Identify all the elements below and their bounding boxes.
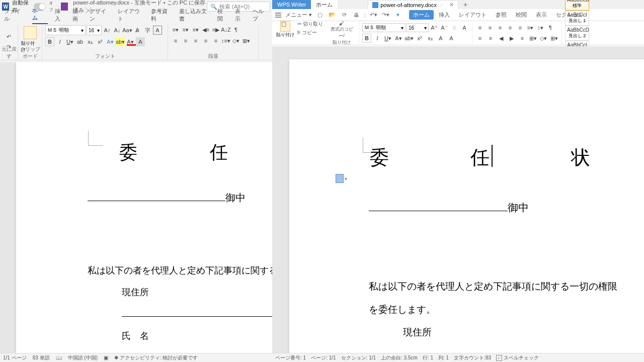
paste-button[interactable] — [24, 26, 37, 39]
multilevel-button[interactable]: ≡ — [486, 34, 495, 43]
cut-button[interactable]: ✂切り取り — [297, 21, 326, 28]
align-justify-button[interactable]: ≡ — [201, 36, 210, 45]
pin-icon[interactable]: ⟋ — [439, 2, 444, 8]
underline-button[interactable]: U▾ — [65, 37, 74, 46]
align-center-button[interactable]: ≡ — [486, 23, 495, 32]
borders-button[interactable]: ⊞▾ — [242, 36, 251, 45]
tab-help[interactable]: ヘルプ — [253, 8, 268, 24]
clear-format-button[interactable]: ♢ — [450, 23, 459, 32]
highlight-button[interactable]: ab▾ — [405, 34, 414, 43]
align-right-button[interactable]: ≡ — [191, 36, 200, 45]
char-shading-button[interactable]: A — [136, 37, 145, 46]
wps-document-area[interactable]: ▾ 委 任 状 御中 私は以下の者を代理人と定め下記事項に関する一切の権限を委任… — [272, 46, 644, 353]
align-dist-button[interactable]: ≡ — [211, 36, 220, 45]
font-name-combo[interactable]: ＭＳ 明朝▾ — [362, 23, 406, 32]
status-pageno[interactable]: ページ番号: 1 — [275, 354, 306, 361]
char-border-button[interactable]: A — [436, 34, 445, 43]
tab-layout[interactable]: レイアウト — [118, 8, 144, 24]
show-marks-button[interactable]: ¶ — [546, 23, 555, 32]
line-spacing-button[interactable]: ↕≡▾ — [221, 36, 230, 45]
align-dist-button[interactable]: ≡ — [516, 23, 525, 32]
status-page[interactable]: 1/1 ページ — [3, 354, 27, 361]
status-accessibility[interactable]: ✱ アクセシビリティ: 検討が必要です — [114, 354, 198, 361]
tab-draw[interactable]: 描画 — [72, 8, 83, 24]
shrink-font-button[interactable]: A↓ — [113, 26, 122, 35]
mtab-view[interactable]: 表示 — [532, 10, 551, 20]
refresh-icon[interactable]: ⟳ — [340, 11, 348, 19]
wps-writer-tab[interactable]: WPS Writer — [272, 0, 311, 9]
subscript-button[interactable]: x₂ — [426, 34, 435, 43]
subscript-button[interactable]: x₂ — [86, 37, 95, 46]
char-shading-button[interactable]: A — [460, 23, 469, 32]
open-icon[interactable]: 📂 — [328, 11, 336, 19]
align-left-button[interactable]: ≡ — [171, 36, 180, 45]
copy-button[interactable]: ⎘コピー — [297, 29, 326, 36]
indent-dec-button[interactable]: ◀ — [497, 34, 506, 43]
font-color-button[interactable]: A▾ — [394, 34, 403, 43]
mtab-layout[interactable]: レイアウト — [455, 10, 491, 20]
undo-button[interactable]: ↶▾ — [370, 11, 378, 19]
superscript-button[interactable]: x² — [415, 34, 424, 43]
highlight-button[interactable]: ab▾ — [116, 37, 125, 46]
italic-button[interactable]: I — [373, 34, 382, 43]
new-icon[interactable]: ▢ — [316, 11, 324, 19]
strike-button[interactable]: ab — [75, 37, 85, 46]
tab-design[interactable]: デザイン — [90, 8, 111, 24]
paste-icon[interactable]: 📋 — [280, 21, 290, 32]
show-marks-button[interactable]: ¶ — [231, 25, 240, 34]
text-effects-button[interactable]: A▾ — [106, 37, 115, 46]
status-words[interactable]: 83 単語 — [33, 354, 50, 361]
style-heading1[interactable]: AaBbCcI見出し 1 — [565, 11, 589, 26]
tab-insert[interactable]: 挿入 — [55, 8, 65, 24]
shading-button[interactable]: ◇▾ — [539, 34, 548, 43]
tab-review[interactable]: 校閲 — [217, 8, 228, 24]
clear-format-button[interactable]: A̷ — [133, 26, 142, 35]
word-document-area[interactable]: 委 任 御中 私は以下の者を代理人と定め下記事項に関する- 現住所 氏 名 なお… — [0, 62, 272, 353]
shrink-font-button[interactable]: A⁻ — [440, 23, 449, 32]
tab-mailings[interactable]: 差し込み文書 — [179, 8, 210, 24]
grow-font-button[interactable]: A↑ — [103, 26, 112, 35]
status-col[interactable]: 列: 1 — [438, 354, 449, 361]
tabstop-button[interactable]: ⊞▾ — [528, 34, 537, 43]
status-chars[interactable]: 文字カウント:83 — [454, 354, 491, 361]
style-normal[interactable]: AaBbCcD標準 — [565, 0, 589, 11]
multilevel-button[interactable]: ≡▾ — [191, 25, 200, 34]
font-color-button[interactable]: A▾ — [126, 37, 135, 46]
phonetic-button[interactable]: 字 — [143, 26, 152, 35]
format-painter-button[interactable]: 🖌 書式のコピー/ 貼り付け — [328, 21, 356, 46]
bold-button[interactable]: B — [362, 34, 371, 43]
underline-button[interactable]: U▾ — [383, 34, 392, 43]
sort-button[interactable]: A↓Z — [221, 25, 230, 34]
tab-view[interactable]: 表示 — [235, 8, 246, 24]
bullets-button[interactable]: ≡▾ — [171, 25, 180, 34]
line-spacing-button[interactable]: ↕▾ — [536, 23, 545, 32]
dropdown-icon[interactable]: ▾ — [394, 11, 402, 19]
undo-button[interactable]: ↶ — [5, 33, 14, 42]
shading-button[interactable]: ◇▾ — [231, 36, 240, 45]
italic-button[interactable]: I — [55, 37, 64, 46]
menu-button[interactable]: メニュー ▾ — [285, 11, 312, 19]
align-center-button[interactable]: ≡ — [181, 36, 190, 45]
mtab-home[interactable]: ホーム — [409, 10, 434, 20]
indent-dec-button[interactable]: ◀≡ — [201, 25, 210, 34]
font-size-combo[interactable]: 16▾ — [407, 23, 429, 32]
sort-button[interactable]: ≡ — [518, 34, 527, 43]
print-icon[interactable]: 🖶 — [352, 11, 360, 19]
spellcheck-button[interactable]: ✓ スペルチェック — [496, 354, 539, 361]
superscript-button[interactable]: x² — [96, 37, 105, 46]
document-tab[interactable]: power-of-attorney.docx ⟋ ✕ — [368, 0, 458, 9]
mtab-references[interactable]: 参照 — [492, 10, 511, 20]
change-case-button[interactable]: Aa▾ — [123, 26, 132, 35]
status-language[interactable]: 中国語 (中国) — [68, 354, 98, 361]
wps-home-tab[interactable]: ホーム — [311, 0, 338, 9]
align-left-button[interactable]: ≡ — [475, 23, 485, 32]
status-section[interactable]: セクション: 1/1 — [341, 354, 376, 361]
font-name-combo[interactable]: ＭＳ 明朝▾ — [45, 25, 86, 35]
style-heading2[interactable]: AaBbCcD見出し 2 — [565, 26, 589, 41]
borders-button[interactable]: ⊞▾ — [549, 34, 558, 43]
redo-button[interactable]: ↷▾ — [382, 11, 390, 19]
status-row[interactable]: 行: 1 — [423, 354, 433, 361]
align-right-button[interactable]: ≡ — [496, 23, 505, 32]
numbering-button[interactable]: ≡▾ — [181, 25, 190, 34]
mtab-insert[interactable]: 挿入 — [435, 10, 454, 20]
